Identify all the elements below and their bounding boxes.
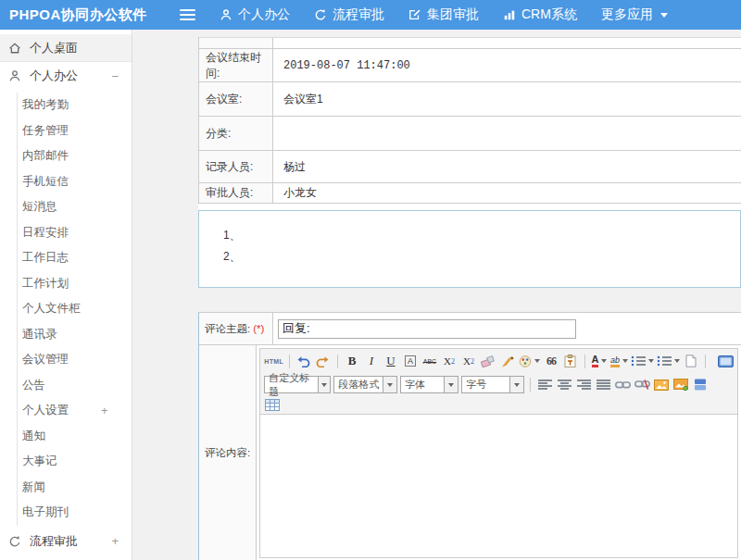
nav-group-approval[interactable]: 集团审批 [408,6,479,23]
blockquote-button[interactable]: 66 [543,353,559,369]
comment-subject-row: 评论主题: (*) [199,313,741,345]
unordered-list-icon[interactable] [657,353,680,369]
rich-text-editor: HTML B I U [259,348,738,558]
insert-media-icon[interactable] [692,377,709,393]
sidebar-item-news[interactable]: 新闻 [18,475,132,501]
font-style-box-button[interactable]: A [405,355,416,367]
nav-personal-office[interactable]: 个人办公 [220,6,290,23]
toolbar-row-1: HTML B I U [260,349,737,373]
table-row-end-time: 会议结束时间: 2019-08-07 11:47:00 [199,49,741,82]
subscript-button[interactable]: X2 [460,353,477,369]
align-right-icon[interactable] [575,377,592,393]
expand-icon[interactable]: + [111,534,119,548]
collapse-icon[interactable]: − [111,69,119,83]
sidebar-item-major-events[interactable]: 大事记 [18,449,132,475]
topbar: PHPOA协同办公软件 个人办公 流程审批 集团审批 [0,0,741,30]
sidebar-item-contacts[interactable]: 通讯录 [18,322,132,348]
insert-table-icon[interactable] [264,397,281,414]
sidebar-item-personal-files[interactable]: 个人文件柜 [18,296,132,322]
heading-select[interactable]: 自定义标题 [264,376,331,393]
comment-form-card: 评论主题: (*) 评论内容: HTML [198,312,741,560]
highlight-color-button[interactable]: ab [610,353,628,369]
strikethrough-button[interactable]: ABC [421,353,438,369]
sidebar-item-task-management[interactable]: 任务管理 [18,118,132,144]
editor-content-area[interactable] [260,415,737,557]
sidebar-item-schedule[interactable]: 日程安排 [18,220,132,246]
nav-more-apps[interactable]: 更多应用 [601,6,668,23]
fullscreen-icon[interactable] [717,353,734,369]
format-brush-icon[interactable] [499,353,516,369]
editor-toolbar: HTML B I U [260,349,737,415]
bold-button[interactable]: B [344,353,360,369]
toolbar-row-2: 自定义标题 段落格式 字体 [260,373,737,396]
toolbar-row-3 [260,396,737,414]
comment-subject-input[interactable] [278,319,576,339]
expand-icon[interactable]: + [101,404,108,417]
field-label: 审批人员: [199,183,273,203]
comment-subject-label: 评论主题: (*) [199,313,273,344]
table-row-category: 分类: [199,117,741,151]
align-center-icon[interactable] [556,377,572,393]
font-color-button[interactable]: A [591,353,608,369]
sidebar-item-personal-desktop[interactable]: 个人桌面 [0,34,132,62]
align-left-icon[interactable] [536,377,553,393]
meeting-info-table: 会议结束时间: 2019-08-07 11:47:00 会议室: 会议室1 分类… [198,37,741,204]
caret-down-icon [601,359,607,363]
sidebar-item-personal-office[interactable]: 个人办公 − [0,62,132,90]
table-row-clipped [199,38,741,49]
table-row-meeting-room: 会议室: 会议室1 [199,82,741,117]
main-content: 会议结束时间: 2019-08-07 11:47:00 会议室: 会议室1 分类… [132,30,741,560]
sidebar-item-short-message[interactable]: 短消息 [18,194,132,220]
field-label: 记录人员: [199,151,273,182]
font-size-select[interactable]: 字号 [461,376,524,393]
sidebar-item-internal-mail[interactable]: 内部邮件 [18,143,132,169]
color-palette-icon[interactable] [519,353,540,369]
workflow-refresh-icon [314,8,327,21]
field-value: 小龙女 [273,183,741,203]
field-value: 2019-08-07 11:47:00 [273,49,741,81]
sidebar-item-notification[interactable]: 通知 [18,424,132,450]
field-value: 杨过 [273,151,741,182]
paste-plain-icon[interactable] [562,353,579,369]
personal-office-submenu: 我的考勤 任务管理 内部邮件 手机短信 短消息 日程安排 工作日志 工作计划 个… [17,93,132,526]
html-source-button[interactable]: HTML [264,353,283,369]
meeting-info-card: 会议结束时间: 2019-08-07 11:47:00 会议室: 会议室1 分类… [198,37,741,287]
table-row-recorder: 记录人员: 杨过 [199,151,741,183]
sidebar-item-e-journal[interactable]: 电子期刊 [18,500,132,526]
insert-image-icon[interactable] [653,377,670,393]
ordered-list-icon[interactable] [631,353,654,369]
eraser-icon[interactable] [480,353,496,369]
undo-icon[interactable] [295,353,312,369]
sidebar-item-announcement[interactable]: 公告 [18,373,132,399]
person-icon [220,8,232,21]
insert-flash-icon[interactable] [672,377,689,393]
unlink-icon[interactable] [634,377,650,393]
sidebar-item-sms[interactable]: 手机短信 [18,169,132,195]
hamburger-menu-icon[interactable] [180,9,195,20]
caret-down-icon [648,359,654,363]
caret-down-icon [674,359,680,363]
link-icon[interactable] [614,377,631,393]
sidebar-item-personal-settings[interactable]: 个人设置 + [18,398,132,424]
sidebar-item-work-diary[interactable]: 工作日志 [18,245,132,271]
paragraph-format-select[interactable]: 段落格式 [333,376,397,393]
new-page-icon[interactable] [683,353,699,369]
sidebar-item-workflow-approval[interactable]: 流程审批 + [0,528,132,555]
sidebar-item-work-plan[interactable]: 工作计划 [18,271,132,297]
align-justify-icon[interactable] [595,377,611,393]
table-row-approver: 审批人员: 小龙女 [199,183,741,204]
underline-button[interactable]: U [383,353,399,369]
font-family-select[interactable]: 字体 [400,376,458,393]
sidebar-item-meeting-management[interactable]: 会议管理 [18,347,132,373]
nav-crm-system[interactable]: CRM系统 [503,6,577,23]
sidebar-item-my-attendance[interactable]: 我的考勤 [18,93,132,118]
caret-down-icon [387,383,393,387]
redo-icon[interactable] [315,353,332,369]
caret-down-icon [514,383,520,387]
app-logo: PHPOA协同办公软件 [0,6,169,24]
caret-down-icon [622,359,628,363]
superscript-button[interactable]: X2 [441,353,458,369]
nav-workflow-approval[interactable]: 流程审批 [314,6,384,23]
home-icon [8,42,21,55]
italic-button[interactable]: I [363,353,380,369]
